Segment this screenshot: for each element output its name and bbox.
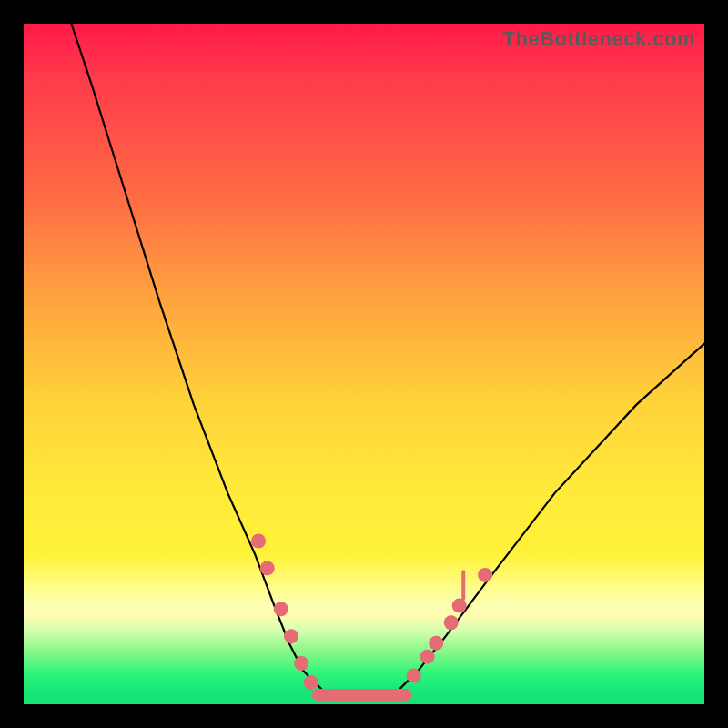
plot-area: TheBottleneck.com xyxy=(24,24,704,704)
curve-layer xyxy=(71,24,704,698)
marker-dot xyxy=(407,669,421,683)
marker-dot xyxy=(452,599,467,613)
marker-dot xyxy=(478,568,492,582)
marker-dot xyxy=(294,656,308,671)
bottleneck-curve xyxy=(71,24,704,698)
marker-dot xyxy=(304,675,318,690)
marker-dot xyxy=(444,615,459,630)
chart-svg xyxy=(24,24,704,704)
marker-dot xyxy=(284,629,298,643)
marker-dot xyxy=(251,533,266,548)
chart-stage: TheBottleneck.com xyxy=(0,0,728,728)
marker-layer xyxy=(251,533,492,690)
marker-dot xyxy=(420,650,435,664)
marker-dot xyxy=(260,561,275,575)
marker-dot xyxy=(274,602,288,616)
marker-dot xyxy=(429,636,443,651)
